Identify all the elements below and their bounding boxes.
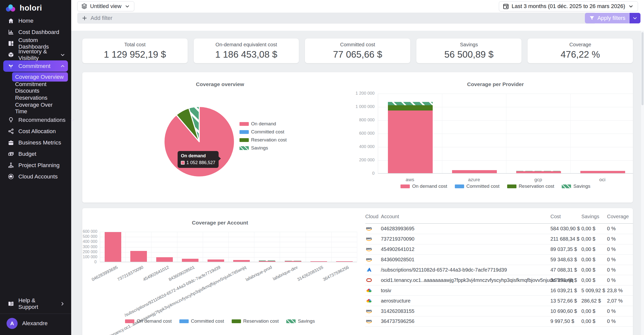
chevron-down-icon: [632, 15, 638, 21]
date-range-selector[interactable]: Last 3 months (01 déc. 2025 to 26 mars 2…: [499, 1, 638, 11]
x-axis-label: 737219370090: [116, 265, 144, 282]
bar-subscriptions-9211082d-6572-44a3-b9dc-7a[interactable]: [208, 259, 224, 262]
legend-label: On demand cost: [137, 318, 172, 324]
sidebar-item-label: Business Metrics: [18, 139, 61, 146]
bar-aws[interactable]: [388, 102, 433, 173]
legend-item-on-demand-cost[interactable]: On demand cost: [125, 318, 172, 324]
scrollbar-thumb[interactable]: [641, 32, 643, 105]
sidebar-item-budget[interactable]: Budget: [3, 148, 68, 160]
chevron-right-icon: [60, 301, 65, 307]
sidebar-item-cost-allocation[interactable]: Cost Allocation: [3, 126, 68, 137]
legend-swatch: [125, 319, 134, 323]
legend-swatch: [286, 319, 296, 323]
sidebar-item-help-support[interactable]: Help & Support: [0, 298, 71, 310]
sidebar-item-commitment[interactable]: Commitment: [3, 60, 68, 72]
legend-item-savings[interactable]: Savings: [286, 318, 315, 324]
sidebar-item-recommendations[interactable]: Recommendations: [3, 114, 68, 126]
bar-segment-on-demand-cost: [182, 259, 198, 262]
legend-item-reservation-cost[interactable]: Reservation cost: [232, 318, 279, 324]
savings-cell: 0,00 $: [581, 246, 607, 252]
bar-segment-on-demand-cost: [452, 170, 497, 173]
y-axis-tick: 500 000: [83, 234, 97, 239]
sidebar-item-label: Inventory & Visibility: [18, 48, 56, 61]
chevron-down-icon: [60, 52, 65, 58]
bar-454902641012[interactable]: [156, 257, 173, 262]
table-row[interactable]: aws84360902850159 348,63 $0,00 $0 %: [365, 255, 633, 265]
table-row[interactable]: aws046283993695584 030,90 $0,00 $0 %: [365, 224, 633, 234]
scrollbar[interactable]: [641, 31, 644, 335]
bar-737219370090[interactable]: [130, 251, 147, 262]
bar-azure[interactable]: [452, 170, 497, 173]
bar-843609028501[interactable]: [182, 259, 198, 262]
legend-item-reservation-cost[interactable]: Reservation cost: [507, 183, 554, 189]
x-axis-label: /subscriptions/9211082d-6572-44a3-b9dc-7…: [124, 265, 221, 318]
legend-item-savings[interactable]: Savings: [239, 145, 268, 151]
sidebar-subitem-coverage-overview[interactable]: Coverage Overview: [12, 72, 68, 82]
coverage-cell: 0 %: [607, 267, 633, 273]
provider-chart-legend: On demand costCommitted costReservation …: [358, 183, 633, 189]
banknote-icon: [8, 151, 14, 157]
bar-364737596256[interactable]: [336, 261, 353, 262]
sidebar-item-home[interactable]: Home: [3, 15, 68, 26]
savings-cell: 0,00 $: [581, 318, 607, 324]
apply-filters-dropdown-button[interactable]: [629, 13, 640, 23]
apply-filters-button[interactable]: Apply filters: [585, 13, 629, 23]
table-row[interactable]: aws31426208315510 690,60 $0,00 $0 %: [365, 306, 633, 316]
sidebar-item-label: Budget: [18, 151, 36, 157]
kpi-card-committed-cost: Committed cost77 065,66 $: [305, 39, 410, 63]
column-header-coverage: Coverage: [607, 214, 633, 219]
tooltip-swatch: [181, 161, 185, 165]
account-cell: ocid1.tenancy.oc1..aaaaaaaawjg7fppk3vj4m…: [381, 277, 550, 283]
y-axis-tick: 600 000: [350, 131, 375, 136]
legend-item-committed-cost[interactable]: Committed cost: [179, 318, 224, 324]
sidebar-subitem-commitment-discounts[interactable]: Commitment Discounts: [12, 82, 68, 93]
sidebar-item-cloud-accounts[interactable]: Cloud Accounts: [3, 171, 68, 182]
bar-046283993695[interactable]: [105, 232, 121, 262]
table-row[interactable]: aerostructure13 572,66 $286,62 $2,07 %: [365, 296, 633, 306]
table-row[interactable]: aws737219370090211 688,34 $0,00 $0 %: [365, 234, 633, 244]
user-menu[interactable]: A Alexandre: [0, 314, 71, 335]
coverage-cell: 0 %: [607, 277, 633, 283]
coverage-per-account-chart: 0100 000200 000300 000400 000500 000600 …: [83, 232, 357, 315]
legend-item-reservation-cost[interactable]: Reservation cost: [239, 137, 287, 143]
table-row[interactable]: aws45490264101289 037,35 $0,00 $0 %: [365, 244, 633, 255]
view-selector[interactable]: Untitled view: [77, 1, 134, 11]
bar-oci[interactable]: [580, 171, 625, 173]
bar-314262083155[interactable]: [310, 261, 327, 262]
sidebar-item-inventory-visibility[interactable]: Inventory & Visibility: [3, 49, 68, 60]
sidebar-subitem-coverage-over-time[interactable]: Coverage Over Time: [12, 103, 68, 113]
oci-icon: [365, 277, 373, 283]
sidebar-item-label: Project Planning: [18, 162, 60, 169]
sidebar-item-project-planning[interactable]: Project Planning: [3, 160, 68, 171]
account-cell: 364737596256: [381, 318, 550, 324]
bar-segment-on-demand-cost: [580, 171, 625, 173]
bar-lafabrique-dev[interactable]: [285, 261, 301, 262]
account-chart-legend: On demand costCommitted costReservation …: [82, 318, 358, 324]
table-row[interactable]: tosiv16 039,21 $5 009,92 $23,8 %: [365, 285, 633, 296]
grid-icon: [8, 40, 14, 47]
legend-item-committed-cost[interactable]: Committed cost: [239, 129, 284, 135]
table-row[interactable]: ocid1.tenancy.oc1..aaaaaaaawjg7fppk3vj4m…: [365, 275, 633, 285]
aws-icon: aws: [365, 226, 373, 232]
add-filter-bar[interactable]: Add filter: [77, 13, 596, 24]
sidebar-item-cost-dashboard[interactable]: Cost Dashboard: [3, 26, 68, 38]
bar-segment-on-demand-cost: [285, 261, 301, 262]
legend-item-committed-cost[interactable]: Committed cost: [455, 183, 500, 189]
legend-item-on-demand[interactable]: On demand: [239, 121, 276, 127]
cost-cell: 584 030,90 $: [550, 226, 581, 232]
cost-cell: 13 572,66 $: [550, 298, 581, 304]
bar-lafabrique-prod[interactable]: [259, 260, 275, 262]
sidebar-item-business-metrics[interactable]: Business Metrics: [3, 137, 68, 148]
table-row[interactable]: /subscriptions/9211082d-6572-44a3-b9dc-7…: [365, 265, 633, 275]
cloud-cell: aws: [365, 236, 381, 242]
bar-ocid1-tenancy-oc1-aaaaaaaawjg7fppk3vj4mn[interactable]: [233, 260, 250, 262]
legend-item-savings[interactable]: Savings: [562, 183, 590, 189]
legend-item-on-demand-cost[interactable]: On demand cost: [400, 183, 447, 189]
table-row[interactable]: aws3647375962569 997,50 $0,00 $0 %: [365, 316, 633, 327]
bar-gcp[interactable]: [516, 171, 561, 173]
app-logo-text: holori: [20, 4, 42, 13]
funnel-icon: [589, 15, 595, 21]
sidebar-item-custom-dashboards[interactable]: Custom Dashboards: [3, 38, 68, 49]
legend-swatch: [239, 138, 249, 142]
svg-text:aws: aws: [366, 319, 372, 322]
